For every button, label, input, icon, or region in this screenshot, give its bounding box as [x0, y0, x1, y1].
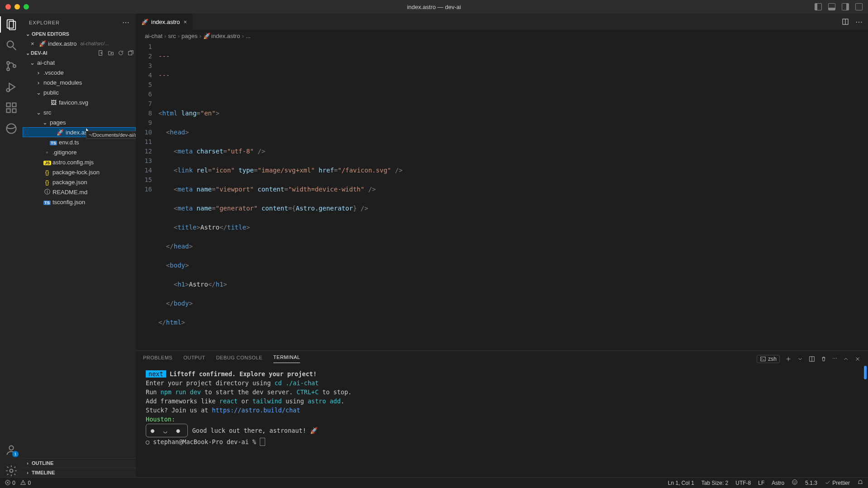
status-bar: 0 0 Ln 1, Col 1 Tab Size: 2 UTF-8 LF Ast…	[0, 477, 868, 488]
source-control-icon[interactable]	[5, 60, 18, 72]
open-editor-item[interactable]: × 🚀 index.astro ai-chat/src/...	[23, 38, 136, 48]
status-errors[interactable]: 0	[5, 479, 15, 486]
edge-tools-icon[interactable]	[5, 122, 18, 135]
file-readme[interactable]: ⓘREADME.md	[23, 187, 136, 197]
explorer-sidebar: EXPLORER ⋯ ⌄ OPEN EDITORS × 🚀 index.astr…	[23, 14, 136, 477]
status-notifications-icon[interactable]	[857, 479, 863, 487]
new-file-icon[interactable]	[98, 50, 104, 56]
open-editor-path: ai-chat/src/...	[81, 41, 109, 46]
svg-point-26	[796, 482, 796, 482]
timeline-section[interactable]: ›TIMELINE	[23, 468, 136, 477]
tab-index-astro[interactable]: 🚀 index.astro ×	[136, 14, 193, 30]
status-tab-size[interactable]: Tab Size: 2	[701, 480, 728, 486]
svg-point-15	[10, 469, 13, 473]
terminal-cursor	[260, 438, 265, 446]
status-feedback-icon[interactable]	[792, 479, 798, 487]
title-bar: index.astro — dev-ai	[0, 0, 868, 14]
maximize-panel-icon[interactable]	[843, 356, 849, 362]
status-language[interactable]: Astro	[772, 480, 784, 486]
panel-tab-terminal[interactable]: TERMINAL	[273, 354, 300, 363]
panel-tabs: PROBLEMS OUTPUT DEBUG CONSOLE TERMINAL z…	[136, 351, 868, 363]
svg-rect-17	[129, 52, 132, 55]
refresh-icon[interactable]	[118, 50, 124, 56]
chevron-down-icon: ⌄	[24, 31, 31, 37]
explorer-icon[interactable]	[5, 18, 18, 31]
accounts-badge: 1	[12, 451, 19, 457]
extensions-icon[interactable]	[5, 101, 18, 114]
close-tab-icon[interactable]: ×	[184, 19, 187, 25]
astro-file-icon: 🚀	[141, 19, 148, 25]
file-package-json[interactable]: {}package.json	[23, 177, 136, 187]
svg-point-6	[13, 65, 16, 67]
svg-point-5	[7, 68, 10, 71]
terminal-content[interactable]: next Liftoff confirmed. Explore your pro…	[136, 363, 868, 477]
kill-terminal-icon[interactable]	[820, 356, 827, 362]
status-eol[interactable]: LF	[758, 480, 764, 486]
folder-public[interactable]: ⌄public	[23, 87, 136, 97]
new-terminal-icon[interactable]	[785, 356, 792, 362]
breadcrumb[interactable]: ai-chat› src› pages› 🚀 index.astro› ...	[136, 30, 868, 42]
sidebar-more-icon[interactable]: ⋯	[122, 18, 129, 27]
split-terminal-icon[interactable]	[809, 356, 815, 362]
svg-rect-12	[12, 103, 16, 107]
maximize-window-icon[interactable]	[24, 4, 29, 10]
toggle-primary-sidebar-icon[interactable]	[815, 3, 822, 10]
terminal-shell-picker[interactable]: zsh	[757, 355, 780, 363]
folder-pages[interactable]: ⌄pages	[23, 117, 136, 127]
status-prettier[interactable]: Prettier	[825, 479, 850, 486]
folder-src[interactable]: ⌄src	[23, 107, 136, 117]
sidebar-title: EXPLORER	[29, 20, 60, 25]
astro-file-icon: 🚀	[203, 33, 210, 39]
code-content[interactable]: --- --- <html lang="en"> <head> <meta ch…	[158, 42, 868, 350]
file-favicon[interactable]: 🖼favicon.svg	[23, 97, 136, 107]
run-debug-icon[interactable]	[5, 81, 18, 93]
status-encoding[interactable]: UTF-8	[735, 480, 751, 486]
toggle-panel-icon[interactable]	[828, 3, 835, 10]
activity-bar: 1	[0, 14, 23, 477]
chevron-right-icon: ›	[24, 469, 31, 476]
close-window-icon[interactable]	[5, 4, 11, 10]
root-folder-label: DEV-AI	[31, 50, 48, 56]
collapse-all-icon[interactable]	[128, 50, 134, 56]
new-folder-icon[interactable]	[108, 50, 114, 56]
status-warnings[interactable]: 0	[20, 479, 31, 486]
folder-node-modules[interactable]: ›node_modules	[23, 77, 136, 87]
code-editor[interactable]: 12345678910111213141516 --- --- <html la…	[136, 42, 868, 350]
split-editor-icon[interactable]	[842, 18, 849, 25]
file-gitignore[interactable]: ◦.gitignore	[23, 147, 136, 157]
file-tree: ⌄ai-chat ›.vscode ›node_modules ⌄public …	[23, 57, 136, 458]
file-package-lock[interactable]: {}package-lock.json	[23, 167, 136, 177]
customize-layout-icon[interactable]	[855, 3, 863, 10]
open-editors-section[interactable]: ⌄ OPEN EDITORS	[23, 29, 136, 38]
file-astro-config[interactable]: JSastro.config.mjs	[23, 157, 136, 167]
panel-tab-debug[interactable]: DEBUG CONSOLE	[216, 355, 262, 363]
minimize-window-icon[interactable]	[14, 4, 20, 10]
terminal-dropdown-icon[interactable]	[797, 356, 803, 362]
file-path-tooltip: ~/Documents/dev-ai/ai-chat/src/pages/ind…	[86, 131, 136, 139]
status-version[interactable]: 5.1.3	[805, 480, 817, 486]
terminal-scrollbar[interactable]	[864, 366, 867, 379]
folder-ai-chat[interactable]: ⌄ai-chat	[23, 57, 136, 67]
status-line-col[interactable]: Ln 1, Col 1	[668, 480, 694, 486]
editor-more-icon[interactable]: ⋯	[855, 18, 863, 26]
svg-line-3	[13, 47, 16, 50]
close-panel-icon[interactable]	[854, 356, 861, 362]
settings-gear-icon[interactable]	[5, 464, 18, 477]
folder-root-section[interactable]: ⌄ DEV-AI	[23, 48, 136, 57]
close-editor-icon[interactable]: ×	[31, 40, 37, 47]
file-tsconfig[interactable]: TStsconfig.json	[23, 197, 136, 207]
folder-vscode[interactable]: ›.vscode	[23, 67, 136, 77]
toggle-secondary-sidebar-icon[interactable]	[842, 3, 849, 10]
panel-more-icon[interactable]: ⋯	[832, 356, 837, 362]
panel-tab-output[interactable]: OUTPUT	[183, 355, 205, 363]
search-icon[interactable]	[5, 39, 18, 52]
line-number-gutter: 12345678910111213141516	[136, 42, 158, 350]
svg-rect-11	[12, 109, 16, 112]
window-controls	[0, 4, 29, 10]
outline-section[interactable]: ›OUTLINE	[23, 458, 136, 468]
panel-tab-problems[interactable]: PROBLEMS	[143, 355, 172, 363]
chevron-right-icon: ›	[24, 460, 31, 466]
svg-point-25	[794, 482, 794, 482]
editor-tabs: 🚀 index.astro × ⋯	[136, 14, 868, 30]
accounts-icon[interactable]: 1	[5, 444, 18, 456]
